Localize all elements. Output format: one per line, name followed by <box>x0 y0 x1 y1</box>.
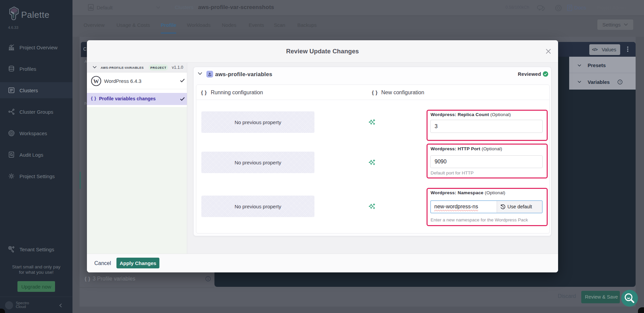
svg-text:?: ? <box>619 81 621 84</box>
svg-text:W: W <box>93 78 99 85</box>
